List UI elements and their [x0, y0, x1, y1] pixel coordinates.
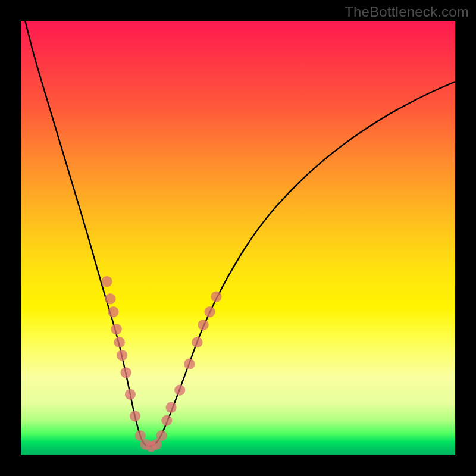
data-marker [198, 320, 208, 330]
data-marker [108, 306, 118, 317]
data-marker [156, 430, 167, 441]
data-marker [161, 415, 172, 425]
data-marker [125, 389, 136, 400]
data-marker [211, 291, 221, 302]
data-marker [165, 402, 176, 413]
data-marker [192, 337, 202, 347]
data-marker [184, 359, 195, 369]
watermark-text: TheBottleneck.com [345, 4, 469, 20]
chart-canvas: TheBottleneck.com [0, 0, 476, 476]
data-marker [117, 350, 127, 361]
bottleneck-curve [25, 21, 455, 446]
data-marker [105, 293, 115, 304]
data-marker [204, 306, 215, 317]
data-marker [174, 384, 185, 395]
data-marker [101, 276, 112, 287]
chart-svg [21, 21, 455, 455]
marker-group [101, 276, 221, 452]
plot-area [21, 21, 455, 455]
data-marker [130, 411, 140, 421]
data-marker [114, 337, 125, 347]
data-marker [111, 324, 121, 334]
data-marker [121, 367, 131, 378]
